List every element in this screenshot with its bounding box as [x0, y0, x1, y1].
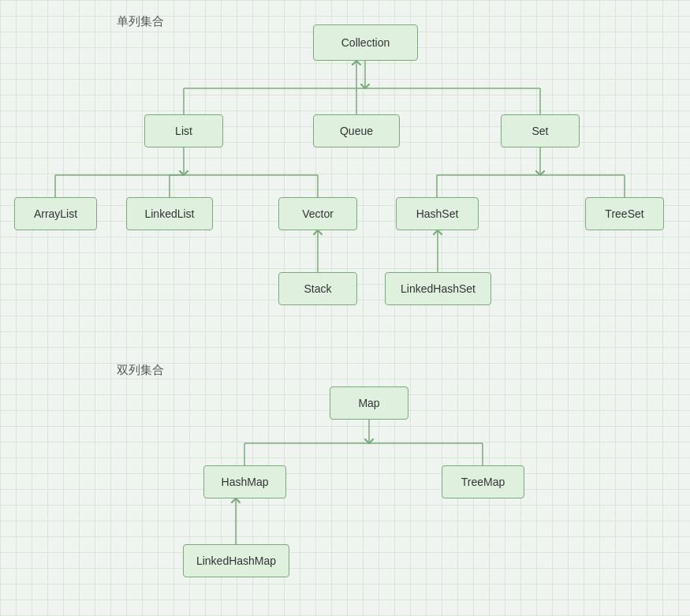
node-hashmap: HashMap: [203, 465, 286, 498]
node-set: Set: [501, 114, 580, 147]
node-linkedhashmap: LinkedHashMap: [183, 544, 289, 577]
node-treeset: TreeSet: [585, 197, 664, 230]
node-map: Map: [330, 386, 408, 420]
node-linkedlist: LinkedList: [126, 197, 213, 230]
section1-label: 单列集合: [117, 14, 164, 29]
node-queue: Queue: [313, 114, 400, 147]
connections-svg: [0, 0, 690, 616]
node-vector: Vector: [278, 197, 357, 230]
node-arraylist: ArrayList: [14, 197, 97, 230]
node-collection: Collection: [313, 24, 418, 61]
node-hashset: HashSet: [396, 197, 479, 230]
node-treemap: TreeMap: [442, 465, 524, 498]
node-list: List: [144, 114, 223, 147]
section2-label: 双列集合: [117, 363, 164, 378]
node-linkedhashset: LinkedHashSet: [385, 272, 491, 305]
node-stack: Stack: [278, 272, 357, 305]
